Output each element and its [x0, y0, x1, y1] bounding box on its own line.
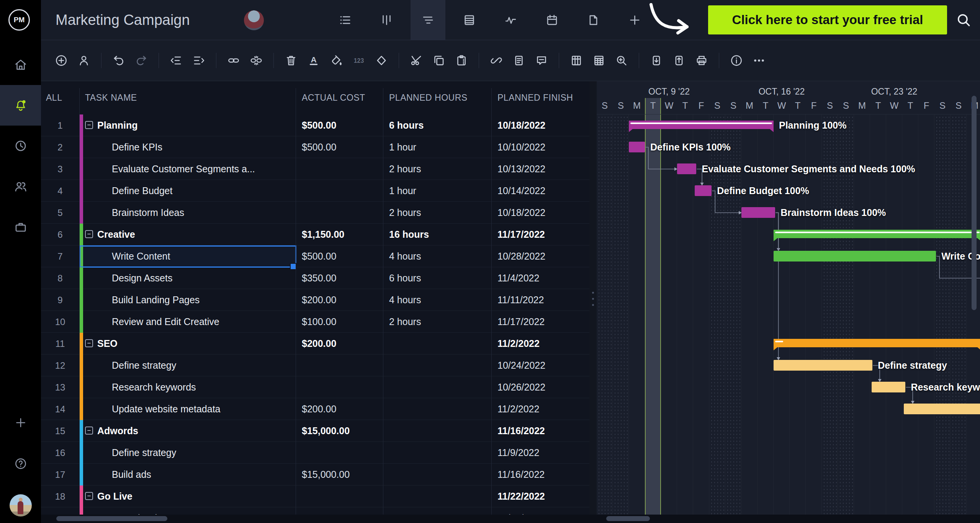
planned-hours-cell[interactable]: 2 hours: [389, 202, 421, 224]
free-trial-button[interactable]: Click here to start your free trial: [708, 5, 947, 34]
cut-button[interactable]: [409, 53, 424, 68]
actual-cost-cell[interactable]: $200.00: [302, 398, 336, 420]
task-name-cell[interactable]: Creative: [97, 224, 135, 245]
planned-hours-cell[interactable]: 16 hours: [389, 224, 429, 245]
sidebar-item-time[interactable]: [0, 126, 41, 166]
print-button[interactable]: [694, 53, 709, 68]
task-name-cell[interactable]: Build Landing Pages: [112, 289, 200, 311]
planned-finish-cell[interactable]: 10/13/2022: [497, 158, 545, 180]
task-name-cell[interactable]: Build ads: [112, 464, 151, 485]
planned-hours-cell[interactable]: 4 hours: [389, 245, 421, 267]
planned-finish-cell[interactable]: 11/2/2022: [497, 398, 539, 420]
collapse-icon[interactable]: −: [85, 230, 93, 238]
paste-button[interactable]: [454, 53, 469, 68]
planned-finish-cell[interactable]: 10/18/2022: [497, 114, 545, 136]
planned-hours-cell[interactable]: 1 hour: [389, 180, 416, 202]
planned-finish-cell[interactable]: 10/18/2022: [497, 202, 545, 224]
planned-finish-cell[interactable]: 10/28/2022: [497, 245, 545, 267]
task-row-9[interactable]: 9Build Landing Pages$200.004 hours11/11/…: [41, 289, 589, 311]
task-name-cell[interactable]: Define Budget: [112, 180, 172, 202]
notes-button[interactable]: [511, 53, 527, 68]
task-name-cell[interactable]: Research keywords: [112, 376, 196, 398]
task-row-5[interactable]: 5Brainstorm Ideas2 hours10/18/2022: [41, 202, 589, 224]
gantt-task-bar[interactable]: [695, 185, 712, 196]
task-row-10[interactable]: 10Review and Edit Creative$100.002 hours…: [41, 311, 589, 333]
gantt-summary-bar[interactable]: [629, 121, 774, 129]
task-row-11[interactable]: 11−SEO$200.0011/2/2022: [41, 333, 589, 355]
view-tab-sheet[interactable]: [452, 0, 487, 40]
planned-finish-cell[interactable]: 10/10/2022: [497, 136, 545, 158]
planned-finish-cell[interactable]: 11/9/2022: [497, 442, 539, 464]
fill-color-button[interactable]: [329, 53, 344, 68]
actual-cost-cell[interactable]: $200.00: [302, 333, 336, 355]
assign-button[interactable]: [76, 53, 92, 68]
task-row-12[interactable]: 12Define strategy10/24/2022: [41, 355, 589, 376]
actual-cost-cell[interactable]: $1,150.00: [302, 224, 344, 245]
actual-cost-cell[interactable]: $350.00: [302, 267, 336, 289]
gantt-task-bar[interactable]: [741, 207, 775, 218]
link-button[interactable]: [226, 53, 241, 68]
sidebar-item-portfolio[interactable]: [0, 207, 41, 247]
task-row-13[interactable]: 13Research keywords10/26/2022: [41, 376, 589, 398]
gantt-task-bar[interactable]: [872, 382, 905, 392]
actual-cost-cell[interactable]: $100.00: [302, 311, 336, 333]
gantt-vscrollbar[interactable]: [972, 96, 977, 310]
planned-finish-cell[interactable]: 11/16/2022: [497, 420, 545, 442]
planned-finish-cell[interactable]: 11/22/2022: [497, 485, 545, 507]
gantt-summary-bar[interactable]: [774, 230, 980, 238]
collapse-icon[interactable]: −: [85, 492, 93, 500]
actual-cost-cell[interactable]: $500.00: [302, 114, 336, 136]
gantt-task-bar[interactable]: [774, 360, 872, 371]
collapse-icon[interactable]: −: [85, 339, 93, 347]
more-button[interactable]: [751, 53, 767, 68]
zoom-in-button[interactable]: [614, 53, 629, 68]
comment-button[interactable]: [534, 53, 549, 68]
planned-hours-cell[interactable]: 2 hours: [389, 158, 421, 180]
milestone-button[interactable]: [374, 53, 389, 68]
outdent-button[interactable]: [169, 53, 184, 68]
planned-hours-cell[interactable]: 1 hour: [389, 136, 416, 158]
task-row-6[interactable]: 6−Creative$1,150.0016 hours11/17/2022: [41, 224, 589, 245]
task-name-cell[interactable]: Adwords: [97, 420, 138, 442]
project-owner-avatar[interactable]: [244, 10, 264, 30]
task-name-cell[interactable]: Planning: [97, 114, 138, 136]
attach-button[interactable]: [489, 53, 504, 68]
task-name-cell[interactable]: Review and Edit Creative: [112, 311, 219, 333]
view-tab-calendar[interactable]: [535, 0, 569, 40]
task-row-2[interactable]: 2Define KPIs$500.001 hour10/10/2022: [41, 136, 589, 158]
sidebar-add-button[interactable]: [0, 414, 41, 431]
user-avatar[interactable]: [10, 494, 32, 516]
task-row-4[interactable]: 4Define Budget1 hour10/14/2022: [41, 180, 589, 202]
pane-resize-handle[interactable]: [589, 81, 597, 515]
search-icon[interactable]: [955, 12, 972, 28]
planned-hours-cell[interactable]: 4 hours: [389, 289, 421, 311]
view-tab-list[interactable]: [328, 0, 363, 40]
actual-cost-cell[interactable]: $500.00: [302, 245, 336, 267]
column-header-planned-finish[interactable]: PLANNED FINISH: [497, 81, 573, 114]
delete-button[interactable]: [283, 53, 299, 68]
planned-hours-cell[interactable]: 6 hours: [389, 114, 424, 136]
sidebar-item-team[interactable]: [0, 166, 41, 207]
task-name-cell[interactable]: Define strategy: [112, 355, 176, 376]
task-name-cell[interactable]: SEO: [97, 333, 118, 355]
task-row-1[interactable]: 1−Planning$500.006 hours10/18/2022: [41, 114, 589, 136]
task-name-cell[interactable]: Define KPIs: [112, 136, 162, 158]
actual-cost-cell[interactable]: $15,000.00: [302, 464, 350, 485]
gantt-summary-bar[interactable]: [774, 339, 980, 347]
task-name-cell[interactable]: Brainstorm Ideas: [112, 202, 184, 224]
indent-button[interactable]: [191, 53, 206, 68]
task-name-cell[interactable]: Define strategy: [112, 442, 176, 464]
info-button[interactable]: [729, 53, 744, 68]
planned-finish-cell[interactable]: 10/24/2022: [497, 355, 545, 376]
actual-cost-cell[interactable]: $200.00: [302, 289, 336, 311]
planned-finish-cell[interactable]: 11/18/2022: [497, 507, 545, 515]
sidebar-help-button[interactable]: [0, 455, 41, 472]
export-button[interactable]: [671, 53, 687, 68]
planned-finish-cell[interactable]: 10/14/2022: [497, 180, 545, 202]
task-row-8[interactable]: 8Design Assets$350.006 hours11/4/2022: [41, 267, 589, 289]
task-row-16[interactable]: 16Define strategy11/9/2022: [41, 442, 589, 464]
add-task-button[interactable]: [54, 53, 69, 68]
filter-all-label[interactable]: ALL: [46, 81, 62, 114]
num-format-button[interactable]: 123: [351, 53, 366, 68]
text-color-button[interactable]: A: [306, 53, 321, 68]
